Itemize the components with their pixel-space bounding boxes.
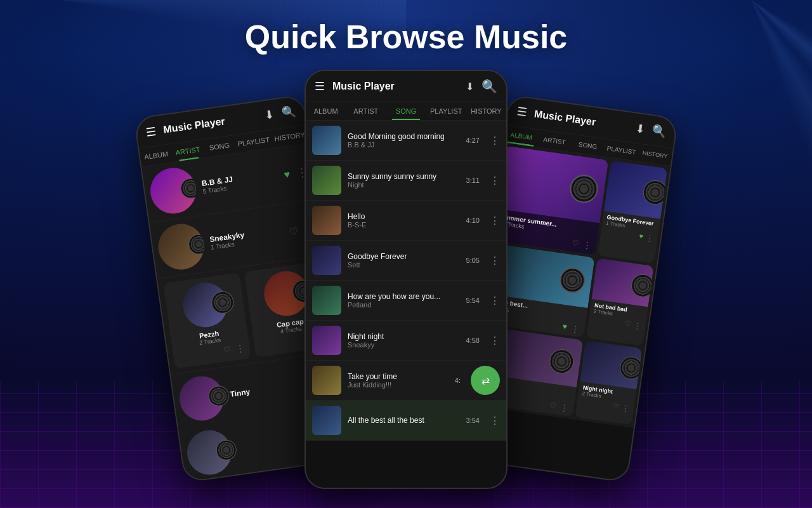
song-artist-2: Night <box>348 181 460 189</box>
vinyl-sneaky <box>187 233 207 256</box>
album-notbad-img <box>591 258 653 307</box>
left-sort-icon[interactable]: ⬇ <box>264 107 275 123</box>
song-artist-5: Petland <box>348 301 460 309</box>
center-tabs: ALBUM ARTIST SONG PLAYLIST HISTORY <box>306 102 506 121</box>
song-duration-4: 5:05 <box>466 257 480 264</box>
album-goodbye-img <box>604 161 667 219</box>
song-more-5[interactable]: ⋮ <box>490 295 500 307</box>
center-sort-icon[interactable]: ⬇ <box>466 81 474 93</box>
phone-center: ☰ Music Player ⬇ 🔍 ALBUM ARTIST SONG PLA… <box>304 70 508 489</box>
song-duration-2: 3:11 <box>466 177 480 184</box>
heart-pezzh[interactable]: ♡ <box>223 344 232 356</box>
song-thumb-7 <box>312 366 341 395</box>
artist-card-pezzh: Pezzh 2 Tracks ♡ ⋮ <box>163 272 251 369</box>
artist-img-bbjj <box>147 165 199 217</box>
heart-allbest[interactable]: ♥ <box>562 322 568 333</box>
heart-nnysun[interactable]: ♡ <box>548 401 556 411</box>
song-title-4: Goodbye Forever <box>348 252 460 261</box>
song-item-5[interactable]: How are you how are you... Petland 5:54 … <box>306 281 506 321</box>
song-duration-8: 3:54 <box>466 417 480 424</box>
heart-goodbye[interactable]: ♥ <box>638 232 644 242</box>
vinyl-notbad <box>630 272 654 298</box>
album-summer[interactable]: Summer summer... 22 Tracks ♡ ⋮ <box>492 146 608 255</box>
song-more-3[interactable]: ⋮ <box>490 215 500 227</box>
more-notbad[interactable]: ⋮ <box>632 321 642 331</box>
song-thumb-4 <box>312 246 341 275</box>
song-item-7[interactable]: Take your time Just Kidding!!! 4: ⇄ <box>306 361 506 401</box>
heart-sneaky[interactable]: ♡ <box>288 224 299 237</box>
song-duration-7: 4: <box>455 377 461 384</box>
vinyl-last-left <box>215 439 238 462</box>
song-info-8: All the best all the best <box>348 416 460 425</box>
heart-summer[interactable]: ♡ <box>571 238 579 249</box>
artist-info-sneaky: Sneakyky 1 Tracks <box>209 225 284 251</box>
song-item-1[interactable]: Good Morning good morning B.B & JJ 4:27 … <box>306 121 506 161</box>
heart-notbad[interactable]: ♡ <box>624 319 631 330</box>
more-nnysun[interactable]: ⋮ <box>559 403 569 414</box>
song-duration-1: 4:27 <box>466 137 480 144</box>
song-item-3[interactable]: Hello B-S-E 4:10 ⋮ <box>306 201 506 241</box>
song-artist-6: Sneakyy <box>348 341 460 349</box>
song-item-2[interactable]: Sunny sunny sunny sunny Night 3:11 ⋮ <box>306 161 506 201</box>
song-thumb-8 <box>312 406 341 435</box>
song-more-1[interactable]: ⋮ <box>490 135 500 147</box>
song-title-1: Good Morning good morning <box>348 132 460 141</box>
more-goodbye[interactable]: ⋮ <box>645 233 655 244</box>
song-more-8[interactable]: ⋮ <box>490 415 500 427</box>
song-thumb-1 <box>312 126 341 155</box>
song-info-4: Goodbye Forever Sett <box>348 252 460 269</box>
song-title-2: Sunny sunny sunny sunny <box>348 172 460 181</box>
song-item-6[interactable]: Night night Sneakyy 4:58 ⋮ <box>306 321 506 361</box>
album-goodbye[interactable]: Goodbye Forever 1 Tracks ♥ ⋮ <box>598 161 667 264</box>
heart-nightnight[interactable]: ♡ <box>612 402 620 412</box>
song-info-2: Sunny sunny sunny sunny Night <box>348 172 460 189</box>
center-app-title: Music Player <box>332 81 458 92</box>
left-search-icon[interactable]: 🔍 <box>280 105 296 121</box>
right-app-title: Music Player <box>534 108 629 133</box>
vinyl-allbest <box>558 266 587 295</box>
song-item-8[interactable]: All the best all the best 3:54 ⋮ <box>306 401 506 441</box>
song-item-4[interactable]: Goodbye Forever Sett 5:05 ⋮ <box>306 241 506 281</box>
song-thumb-5 <box>312 286 341 315</box>
song-thumb-2 <box>312 166 341 195</box>
song-more-6[interactable]: ⋮ <box>490 335 500 347</box>
song-title-8: All the best all the best <box>348 416 460 425</box>
album-nightnight[interactable]: Night night 2 Tracks ♡ ⋮ <box>575 340 642 425</box>
center-menu-icon[interactable]: ☰ <box>315 79 325 93</box>
song-thumb-3 <box>312 206 341 235</box>
right-menu-icon[interactable]: ☰ <box>516 105 528 120</box>
shuffle-button[interactable]: ⇄ <box>471 366 500 395</box>
tab-indicator <box>392 119 420 120</box>
song-more-4[interactable]: ⋮ <box>490 255 500 267</box>
center-tab-song[interactable]: SONG <box>386 102 426 120</box>
song-more-2[interactable]: ⋮ <box>490 175 500 187</box>
heart-bbjj[interactable]: ♥ <box>284 169 291 181</box>
more-nightnight[interactable]: ⋮ <box>621 403 631 414</box>
center-search-icon[interactable]: 🔍 <box>481 79 497 94</box>
song-info-3: Hello B-S-E <box>348 212 460 229</box>
center-tab-artist[interactable]: ARTIST <box>346 102 386 120</box>
artist-info-bbjj: B.B & JJ 5 Tracks <box>201 168 279 195</box>
left-menu-icon[interactable]: ☰ <box>145 124 157 139</box>
album-nightnight-img <box>580 340 642 389</box>
center-tab-album[interactable]: ALBUM <box>306 102 346 120</box>
song-artist-3: B-S-E <box>348 221 460 229</box>
more-pezzh[interactable]: ⋮ <box>235 342 246 355</box>
more-summer[interactable]: ⋮ <box>582 239 592 251</box>
center-tab-history[interactable]: HISTORY <box>466 102 506 120</box>
phones-wrapper: ☰ Music Player ⬇ 🔍 ALBUM ARTIST SONG PLA… <box>0 70 812 489</box>
artist-img-tinny <box>177 373 227 424</box>
artist-name-tinny: Tinny <box>230 380 305 399</box>
song-artist-4: Sett <box>348 261 460 269</box>
album-notbad[interactable]: Not bad bad 2 Tracks ♡ ⋮ <box>586 258 654 345</box>
right-search-icon[interactable]: 🔍 <box>652 124 667 140</box>
center-tab-playlist[interactable]: PLAYLIST <box>426 102 466 120</box>
song-info-6: Night night Sneakyy <box>348 332 460 349</box>
more-allbest[interactable]: ⋮ <box>570 323 580 335</box>
vinyl-tinny <box>207 385 230 408</box>
page-title: Quick Browse Music <box>0 18 812 56</box>
song-duration-5: 5:54 <box>466 297 480 304</box>
song-info-1: Good Morning good morning B.B & JJ <box>348 132 460 149</box>
song-title-7: Take your time <box>348 372 449 381</box>
right-sort-icon[interactable]: ⬇ <box>634 121 646 137</box>
